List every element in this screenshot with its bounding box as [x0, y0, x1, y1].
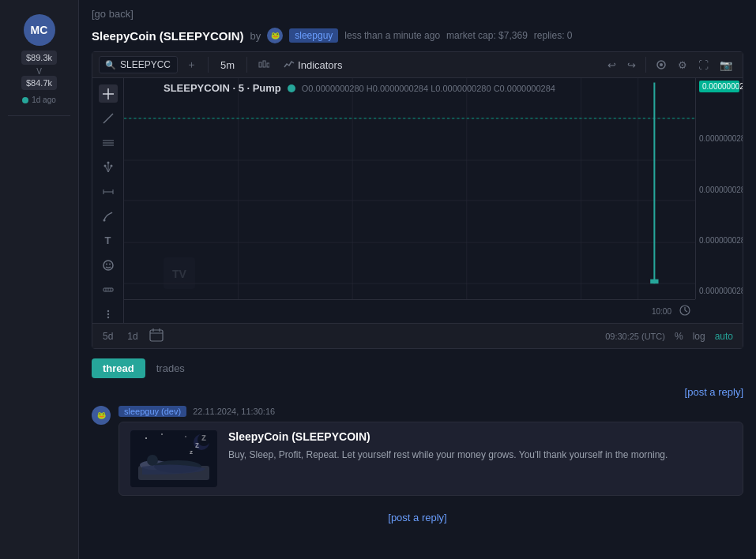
tab-bar: thread trades: [92, 358, 743, 378]
hline-tool[interactable]: [99, 133, 118, 152]
current-price: 0.0000000284: [699, 81, 739, 92]
svg-point-57: [161, 433, 163, 435]
svg-line-7: [103, 114, 113, 123]
price-chart[interactable]: SLEEPYCOIN · 5 · Pump O0.0000000280 H0.0…: [124, 78, 695, 323]
svg-rect-49: [150, 330, 163, 341]
tradingview-watermark: TV: [164, 257, 195, 291]
separator-3: [645, 57, 646, 73]
main-content: [go back] SleepyCoin (SLEEPYCOIN) by 🐸 s…: [79, 0, 756, 538]
1d-button[interactable]: 1d: [123, 329, 141, 343]
redo-button[interactable]: ↪: [623, 57, 640, 73]
chart-ohlc: O0.0000000280 H0.0000000284 L0.000000028…: [302, 84, 555, 93]
settings-button[interactable]: ⚙: [674, 57, 691, 73]
time-ago: 1d ago: [22, 96, 56, 104]
undo-button[interactable]: ↩: [604, 57, 620, 73]
symbol-search[interactable]: 🔍 SLEEPYCC: [99, 56, 178, 73]
post-reply-bottom[interactable]: [post a reply]: [92, 505, 743, 530]
chart-area[interactable]: T: [92, 78, 743, 323]
online-indicator: [22, 97, 28, 103]
5d-button[interactable]: 5d: [99, 329, 117, 343]
scale-buttons: % log auto: [671, 331, 736, 342]
trades-tab[interactable]: trades: [145, 358, 196, 378]
thread-tab[interactable]: thread: [92, 358, 145, 378]
dev-badge[interactable]: sleepguy (dev): [118, 406, 186, 417]
time-axis: 10:00: [124, 299, 695, 323]
message-card: z z z SleepyCoin (SLEEPYCOIN) Buy, Sleep…: [118, 422, 743, 496]
message-item: 🐸 sleepguy (dev) 22.11.2024, 11:30:16: [92, 406, 743, 496]
mc-value: $89.3k: [21, 51, 57, 65]
svg-point-4: [660, 63, 663, 66]
watch-button[interactable]: [652, 57, 671, 73]
separator-2: [246, 57, 247, 73]
chart-wrapper: 🔍 SLEEPYCC ＋ 5m Indicators: [92, 51, 743, 349]
live-dot: [288, 84, 295, 92]
replies-count: replies: 0: [534, 30, 573, 41]
svg-point-16: [110, 164, 112, 167]
v-value: $84.7k: [21, 76, 57, 90]
svg-text:z: z: [195, 441, 199, 449]
sidebar-user: MC $89.3k V $84.7k 1d ago: [0, 8, 78, 111]
message-image: z z z: [130, 430, 217, 487]
search-icon: 🔍: [105, 60, 116, 70]
symbol-text: SLEEPYCC: [120, 59, 171, 70]
chart-type-button[interactable]: [254, 57, 273, 73]
svg-rect-0: [259, 62, 261, 67]
message-coin-title: SleepyCoin (SLEEPYCOIN): [228, 430, 732, 443]
post-reply-top[interactable]: [post a reply]: [92, 386, 743, 398]
price-283: 0.0000000283: [699, 134, 739, 143]
chart-tools: T: [92, 78, 124, 323]
add-symbol-button[interactable]: ＋: [182, 55, 201, 74]
by-label: by: [250, 30, 261, 42]
go-back-link[interactable]: [go back]: [92, 8, 134, 20]
price-280: 0.0000000280: [699, 287, 739, 295]
v-label: V: [36, 67, 42, 76]
text-tool[interactable]: T: [99, 231, 118, 249]
price-282: 0.0000000282: [699, 186, 739, 194]
screenshot-button[interactable]: 📷: [716, 57, 736, 73]
more-tools[interactable]: [99, 305, 118, 323]
line-tool[interactable]: [99, 109, 118, 127]
poster-avatar: 🐸: [267, 28, 283, 43]
path-tool[interactable]: [99, 207, 118, 225]
chart-bottom-bar: 5d 1d 09:30:25 (UTC) % log auto: [92, 323, 743, 348]
poster-username[interactable]: sleepguy: [289, 28, 338, 43]
time-zone-icon: [679, 304, 691, 319]
svg-point-14: [107, 161, 109, 163]
fullscreen-button[interactable]: ⛶: [694, 57, 713, 73]
post-header: SleepyCoin (SLEEPYCOIN) by 🐸 sleepguy le…: [92, 28, 743, 43]
avatar: MC: [24, 14, 55, 46]
svg-point-22: [106, 263, 107, 264]
svg-text:z: z: [190, 448, 193, 456]
price-axis: 0.0000000284 0.0000000283 0.0000000282 0…: [695, 78, 743, 299]
log-btn[interactable]: log: [693, 331, 705, 342]
svg-rect-1: [263, 61, 265, 67]
chart-svg: [124, 78, 695, 323]
chart-header: SLEEPYCOIN · 5 · Pump O0.0000000280 H0.0…: [164, 82, 555, 94]
message-text-content: SleepyCoin (SLEEPYCOIN) Buy, Sleep, Prof…: [228, 430, 732, 462]
svg-line-48: [685, 310, 687, 312]
percent-btn[interactable]: %: [675, 331, 683, 342]
ruler-tool[interactable]: [99, 280, 118, 298]
auto-btn[interactable]: auto: [715, 331, 733, 342]
message-content: sleepguy (dev) 22.11.2024, 11:30:16: [118, 406, 743, 496]
toolbar-right: ↩ ↪ ⚙ ⛶ 📷: [604, 57, 736, 73]
post-timestamp: less than a minute ago: [344, 30, 440, 41]
message-avatar: 🐸: [92, 406, 111, 425]
fork-tool[interactable]: [99, 158, 118, 176]
calendar-button[interactable]: [149, 327, 164, 345]
svg-text:TV: TV: [172, 268, 187, 280]
svg-rect-2: [267, 63, 269, 67]
emoji-tool[interactable]: [99, 256, 118, 274]
timeframe-button[interactable]: 5m: [216, 57, 239, 73]
coin-title: SleepyCoin (SLEEPYCOIN): [92, 29, 244, 43]
svg-point-15: [103, 164, 106, 167]
thread-section: thread trades [post a reply] 🐸 sleepguy …: [92, 358, 743, 530]
svg-text:z: z: [201, 432, 206, 443]
svg-point-56: [145, 437, 147, 439]
svg-point-29: [107, 313, 108, 314]
separator-1: [208, 57, 209, 73]
crosshair-tool[interactable]: [99, 84, 118, 103]
svg-point-20: [103, 219, 105, 221]
indicators-button[interactable]: Indicators: [278, 57, 348, 73]
measure-tool[interactable]: [99, 182, 118, 201]
